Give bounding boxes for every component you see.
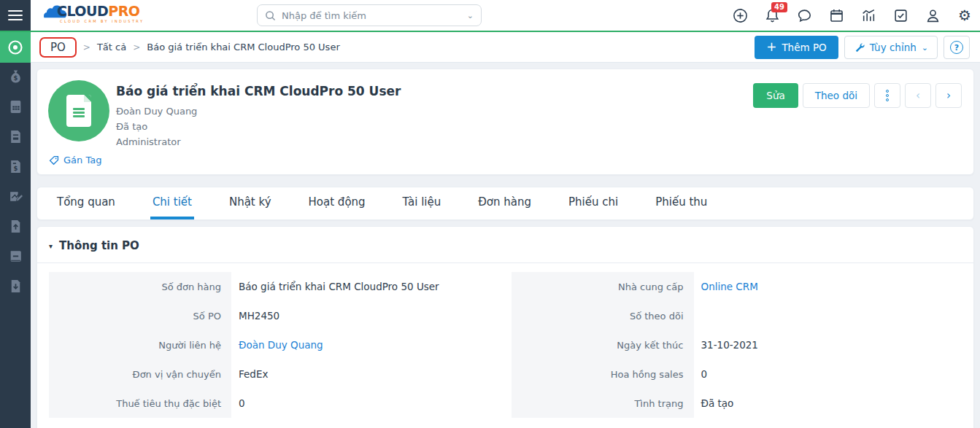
- search-icon: [265, 10, 276, 21]
- assign-tag-link[interactable]: Gán Tag: [49, 155, 101, 166]
- tab-hoat-dong[interactable]: Hoạt động: [306, 187, 368, 219]
- user-icon[interactable]: [925, 7, 941, 23]
- chevron-left-icon: ‹: [916, 89, 920, 102]
- field-value-contact-link[interactable]: Đoàn Duy Quang: [231, 330, 500, 359]
- breadcrumb-all-link[interactable]: Tất cả: [97, 42, 126, 52]
- tab-tai-lieu[interactable]: Tài liệu: [401, 187, 444, 219]
- field-value: Đã tạo: [694, 389, 962, 418]
- svg-text:$: $: [13, 74, 18, 81]
- analytics-icon[interactable]: [860, 7, 876, 23]
- sidebar-item-money-bag-icon[interactable]: $: [7, 69, 23, 85]
- chevron-right-icon: ›: [946, 89, 951, 102]
- chevron-down-icon: ⌄: [922, 43, 928, 52]
- breadcrumb-separator: >: [133, 42, 140, 52]
- kebab-menu-icon: [886, 90, 889, 101]
- tab-nhat-ky[interactable]: Nhật ký: [227, 187, 274, 219]
- field-row: Đơn vị vận chuyển FedEx: [49, 359, 500, 389]
- po-module-label[interactable]: PO: [39, 37, 77, 58]
- top-header: CLOUDPRO Cloud CRM By Industry ⌄ 49: [0, 0, 980, 31]
- tabs-card: Tổng quan Chi tiết Nhật ký Hoạt động Tài…: [36, 187, 974, 220]
- breadcrumb-separator: >: [83, 42, 90, 52]
- global-search[interactable]: ⌄: [257, 4, 482, 26]
- calendar-icon[interactable]: [828, 7, 844, 23]
- tab-phieu-thu[interactable]: Phiếu thu: [653, 187, 709, 219]
- more-actions-button[interactable]: [874, 83, 900, 108]
- field-label: Nhà cung cấp: [512, 272, 694, 301]
- field-row: Số PO MH2450: [49, 301, 500, 330]
- record-title: Báo giá triển khai CRM CloudPro 50 User: [116, 84, 401, 98]
- logo-pro-text: PRO: [108, 3, 139, 19]
- plus-icon: +: [766, 41, 776, 53]
- tab-tong-quan[interactable]: Tổng quan: [55, 187, 117, 219]
- follow-button[interactable]: Theo dõi: [803, 83, 870, 108]
- field-value: MH2450: [231, 301, 500, 330]
- record-header-card: Báo giá triển khai CRM CloudPro 50 User …: [36, 69, 974, 175]
- add-po-button[interactable]: + Thêm PO: [755, 36, 838, 59]
- search-chevron-down-icon[interactable]: ⌄: [467, 11, 474, 20]
- tab-don-hang[interactable]: Đơn hàng: [476, 187, 533, 219]
- field-label: Số đơn hàng: [49, 272, 231, 301]
- record-status: Đã tạo: [116, 121, 147, 132]
- field-value: FedEx: [231, 359, 500, 389]
- sidebar-item-import-doc-icon[interactable]: [7, 278, 23, 294]
- tasks-icon[interactable]: [892, 7, 908, 23]
- record-contact: Đoàn Duy Quang: [116, 106, 197, 117]
- hamburger-menu-icon[interactable]: [0, 0, 31, 31]
- help-button[interactable]: ?: [944, 36, 970, 59]
- notifications-bell-icon[interactable]: 49: [764, 7, 780, 23]
- logo-tagline: Cloud CRM By Industry: [60, 20, 144, 23]
- field-label: Hoa hồng sales: [512, 359, 694, 389]
- customize-button[interactable]: Tùy chỉnh ⌄: [844, 36, 938, 59]
- field-row: Thuế tiêu thụ đặc biệt 0: [49, 389, 500, 418]
- question-icon: ?: [950, 41, 963, 54]
- field-row: Nhà cung cấp Online CRM: [512, 272, 962, 301]
- chat-icon[interactable]: [796, 7, 812, 23]
- field-value: Báo giá triển khai CRM CloudPro 50 User: [231, 272, 500, 301]
- field-label: Ngày kết thúc: [512, 330, 694, 359]
- field-label: Đơn vị vận chuyển: [49, 359, 231, 389]
- record-owner: Administrator: [116, 136, 181, 147]
- tag-icon: [49, 155, 59, 166]
- document-icon: [66, 95, 91, 127]
- sidebar-item-invoice-icon[interactable]: [7, 98, 23, 114]
- sidebar-item-money-doc-icon[interactable]: $: [7, 158, 23, 174]
- logo-cloud-text: CLOUD: [57, 3, 108, 19]
- sidebar-item-export-doc-icon[interactable]: [7, 218, 23, 234]
- field-value: 31-10-2021: [694, 330, 962, 359]
- field-label: Số theo dõi: [512, 301, 694, 330]
- breadcrumb-bar: PO > Tất cả > Báo giá triển khai CRM Clo…: [31, 32, 980, 63]
- field-value-vendor-link[interactable]: Online CRM: [694, 272, 962, 301]
- tab-chi-tiet[interactable]: Chi tiết: [150, 187, 194, 219]
- section-header-thong-tin-po[interactable]: ▾ Thông tin PO: [37, 227, 973, 263]
- sidebar-item-po-active[interactable]: [0, 32, 31, 63]
- fields-right-column: Nhà cung cấp Online CRM Số theo dõi Ngày…: [512, 272, 962, 418]
- sidebar-item-receipt-icon[interactable]: [7, 128, 23, 144]
- header-divider: [0, 31, 980, 32]
- search-input[interactable]: [282, 10, 461, 21]
- quick-add-icon[interactable]: [732, 7, 748, 23]
- wrench-icon: [854, 42, 865, 53]
- field-row: Hoa hồng sales 0: [512, 359, 962, 389]
- section-title: Thông tin PO: [59, 239, 139, 252]
- field-row: Người liên hệ Đoàn Duy Quang: [49, 330, 500, 359]
- sidebar-item-journal-icon[interactable]: [7, 248, 23, 264]
- tab-bar: Tổng quan Chi tiết Nhật ký Hoạt động Tài…: [37, 187, 973, 219]
- next-record-button[interactable]: ›: [935, 83, 962, 108]
- sidebar: $ $: [0, 31, 31, 428]
- field-label: Người liên hệ: [49, 330, 231, 359]
- cloudpro-logo[interactable]: CLOUDPRO Cloud CRM By Industry: [42, 3, 144, 23]
- edit-button[interactable]: Sửa: [753, 83, 798, 108]
- field-label: Thuế tiêu thụ đặc biệt: [49, 389, 231, 418]
- field-value: 0: [231, 389, 500, 418]
- fields-left-column: Số đơn hàng Báo giá triển khai CRM Cloud…: [49, 272, 500, 418]
- tab-phieu-chi[interactable]: Phiếu chi: [566, 187, 620, 219]
- settings-gear-icon[interactable]: ⚙: [957, 7, 973, 23]
- field-row: Số đơn hàng Báo giá triển khai CRM Cloud…: [49, 272, 500, 301]
- sidebar-item-edit-doc-icon[interactable]: [7, 188, 23, 204]
- details-card: ▾ Thông tin PO Số đơn hàng Báo giá triển…: [36, 226, 974, 428]
- notification-badge: 49: [771, 2, 787, 12]
- target-icon: [6, 38, 25, 57]
- breadcrumb-record-link[interactable]: Báo giá triển khai CRM CloudPro 50 User: [147, 42, 340, 52]
- field-label: Tình trạng: [512, 389, 694, 418]
- prev-record-button[interactable]: ‹: [905, 83, 931, 108]
